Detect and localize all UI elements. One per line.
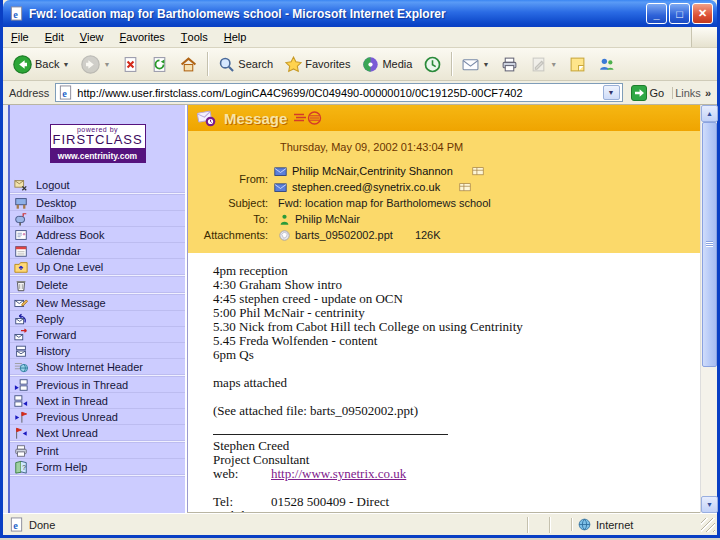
address-input[interactable]: e http://www.user.firstclass.com/LoginCA… <box>55 83 622 102</box>
to-label: To: <box>196 213 274 225</box>
search-button[interactable]: Search <box>212 52 279 77</box>
home-button[interactable] <box>174 52 203 77</box>
sidebar-item-calendar[interactable]: Calendar <box>10 243 185 259</box>
history-button[interactable] <box>418 52 447 77</box>
message-envelope-icon <box>196 108 218 128</box>
prev-thread-icon <box>14 378 28 392</box>
sidebar-item-up-one-level[interactable]: Up One Level <box>10 259 185 275</box>
desktop-icon <box>14 196 28 210</box>
messenger-button[interactable] <box>592 52 621 77</box>
message-body: 4pm reception4:30 Graham Show intro4:45 … <box>188 253 700 513</box>
sidebar-item-show-internet-header[interactable]: Show Internet Header <box>10 359 185 375</box>
mailbox-icon <box>14 212 28 226</box>
status-pane <box>527 517 549 533</box>
web-link[interactable]: http://www.synetrix.co.uk <box>271 467 406 481</box>
sidebar-item-label: Form Help <box>36 461 87 473</box>
sidebar-item-new-message[interactable]: New Message <box>10 295 185 311</box>
stop-icon <box>122 56 139 73</box>
back-button[interactable]: Back▼ <box>7 51 75 78</box>
vertical-scrollbar[interactable]: ▲ ▼ <box>700 105 717 513</box>
chevron-down-icon[interactable]: ▼ <box>103 61 110 68</box>
sidebar-item-previous-unread[interactable]: Previous Unread <box>10 409 185 425</box>
stop-button[interactable] <box>116 52 145 77</box>
edit-button[interactable]: ▼ <box>524 52 563 77</box>
from-label: From: <box>196 173 274 185</box>
attachment-name[interactable]: barts_09502002.ppt <box>295 229 393 241</box>
scroll-down-button[interactable]: ▼ <box>701 496 718 513</box>
media-button[interactable]: Media <box>356 52 418 77</box>
from-row: Philip McNair,Centrinity Shannon <box>274 163 484 179</box>
sidebar-item-reply[interactable]: Reply <box>10 311 185 327</box>
menu-file[interactable]: File <box>3 27 37 47</box>
sidebar-item-label: Delete <box>36 279 68 291</box>
chevron-down-icon[interactable]: ▼ <box>62 61 69 68</box>
menu-help[interactable]: Help <box>216 27 255 47</box>
close-button[interactable]: ✕ <box>692 3 713 24</box>
next-thread-icon <box>14 394 28 408</box>
card-icon <box>472 165 484 177</box>
chevron-down-icon[interactable]: ▼ <box>482 61 489 68</box>
calendar-icon <box>14 244 28 258</box>
body-line: 6pm Qs <box>213 348 690 362</box>
maximize-button[interactable]: □ <box>669 3 690 24</box>
sidebar-item-next-unread[interactable]: Next Unread <box>10 425 185 441</box>
message-date: Thursday, May 09, 2002 01:43:04 PM <box>280 141 692 153</box>
from-value[interactable]: stephen.creed@synetrix.co.uk <box>292 181 440 193</box>
firstclass-logo[interactable]: powered by FIRSTCLASS www.centrinity.com <box>50 124 146 163</box>
scrollbar-thumb[interactable] <box>702 122 717 367</box>
sidebar-item-label: New Message <box>36 297 106 309</box>
address-dropdown-button[interactable]: ▼ <box>603 85 620 100</box>
sidebar-item-mailbox[interactable]: Mailbox <box>10 211 185 227</box>
ie-page-icon: e <box>58 85 73 100</box>
sidebar-item-label: Mailbox <box>36 213 74 225</box>
minimize-button[interactable]: _ <box>646 3 667 24</box>
sidebar-item-address-book[interactable]: Address Book <box>10 227 185 243</box>
address-url: http://www.user.firstclass.com/LoginCA4C… <box>77 87 598 99</box>
sidebar-item-desktop[interactable]: Desktop <box>10 195 185 211</box>
sidebar-item-label: Address Book <box>36 229 104 241</box>
card-icon <box>459 181 471 193</box>
resize-grip[interactable] <box>701 518 715 532</box>
body-line: 5.30 Nick from Cabot Hill tech College o… <box>213 320 690 334</box>
sidebar-item-next-in-thread[interactable]: Next in Thread <box>10 393 185 409</box>
sidebar-item-delete[interactable]: Delete <box>10 277 185 293</box>
scroll-up-button[interactable]: ▲ <box>701 105 718 122</box>
menu-tools[interactable]: Tools <box>173 27 216 47</box>
go-button[interactable]: Go <box>627 84 669 102</box>
title-bar: e Fwd: location map for Bartholomews sch… <box>3 0 717 27</box>
web-label: web: <box>213 467 271 481</box>
links-bar[interactable]: Links » <box>672 87 713 99</box>
sidebar-item-forward[interactable]: Forward <box>10 327 185 343</box>
sidebar-item-label: Print <box>36 445 59 457</box>
favorites-button[interactable]: Favorites <box>279 52 356 77</box>
sidebar-item-label: Reply <box>36 313 64 325</box>
print-button[interactable] <box>495 52 524 77</box>
notes-icon <box>569 56 586 73</box>
mail-button[interactable]: ▼ <box>456 52 495 77</box>
from-value[interactable]: Philip McNair,Centrinity Shannon <box>292 165 453 177</box>
message-info-panel: Thursday, May 09, 2002 01:43:04 PM From:… <box>188 131 700 253</box>
menu-favorites[interactable]: Favorites <box>112 27 173 47</box>
content-area: powered by FIRSTCLASS www.centrinity.com… <box>3 105 717 513</box>
chevron-right-icon[interactable]: » <box>705 87 711 99</box>
refresh-button[interactable] <box>145 52 174 77</box>
sidebar-item-history[interactable]: History <box>10 343 185 359</box>
sidebar-item-previous-in-thread[interactable]: Previous in Thread <box>10 377 185 393</box>
sidebar-item-label: Show Internet Header <box>36 361 143 373</box>
chevron-down-icon[interactable]: ▼ <box>550 61 557 68</box>
sidebar-item-logout[interactable]: Logout <box>10 177 185 193</box>
from-values: Philip McNair,Centrinity Shannonstephen.… <box>274 163 484 195</box>
sidebar-item-print[interactable]: Print <box>10 443 185 459</box>
notes-button[interactable] <box>563 52 592 77</box>
tel-value: 01528 500409 - Direct <box>271 495 389 509</box>
menu-edit[interactable]: Edit <box>37 27 72 47</box>
back-icon <box>13 55 32 74</box>
tel-label: Tel: <box>213 495 271 509</box>
sidebar-item-form-help[interactable]: ?Form Help <box>10 459 185 475</box>
forward-button[interactable]: ▼ <box>75 51 116 78</box>
logo-site-url: www.centrinity.com <box>50 149 146 163</box>
edit-icon <box>530 56 547 73</box>
menu-view[interactable]: View <box>72 27 112 47</box>
body-line: 4:45 stephen creed - update on OCN <box>213 292 690 306</box>
body-line: 4:30 Graham Show intro <box>213 278 690 292</box>
